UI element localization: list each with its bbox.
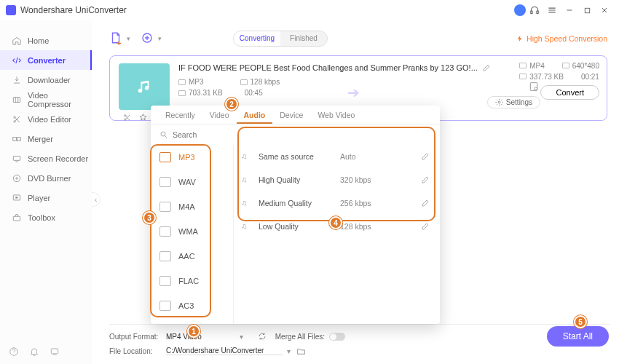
svg-rect-3 <box>13 97 20 102</box>
sidebar-item-converter[interactable]: Converter <box>0 50 92 70</box>
wav-icon <box>159 177 171 187</box>
card-gear-icon[interactable] <box>528 81 540 92</box>
toolbox-icon <box>12 213 22 223</box>
merger-icon <box>12 134 22 144</box>
tab-converting[interactable]: Converting <box>234 31 280 46</box>
title-bar: Wondershare UniConverter <box>0 0 619 20</box>
svg-rect-8 <box>13 156 20 160</box>
edit-quality-icon[interactable] <box>421 175 430 184</box>
format-m4a[interactable]: M4A <box>151 194 233 219</box>
format-label: WMA <box>178 227 198 236</box>
dst-res: 640*480 <box>572 62 599 70</box>
sidebar-item-label: Downloader <box>28 76 71 84</box>
format-wav[interactable]: WAV <box>151 170 233 194</box>
quality-name: Low Quality <box>259 222 340 231</box>
annotation-badge-4: 4 <box>329 216 342 229</box>
add-file-button[interactable]: + <box>109 31 124 46</box>
hamburger-icon[interactable] <box>547 5 557 15</box>
search-input[interactable] <box>173 130 431 139</box>
sidebar-item-compressor[interactable]: Video Compressor <box>0 90 92 109</box>
dst-size: 337.73 KB <box>529 73 564 81</box>
src-format: MP3 <box>189 78 204 86</box>
format-label: WAV <box>178 178 196 186</box>
settings-button[interactable]: Settings <box>487 96 540 108</box>
feedback-icon[interactable] <box>50 347 60 357</box>
svg-rect-0 <box>531 11 532 14</box>
merge-toggle[interactable] <box>329 333 345 341</box>
sidebar-item-player[interactable]: Player <box>0 188 92 207</box>
svg-rect-14 <box>530 83 537 91</box>
popover-tab-webvideo[interactable]: Web Video <box>310 106 362 124</box>
format-mp3[interactable]: MP3 <box>151 145 233 170</box>
quality-high[interactable]: ♫High Quality320 kbps <box>234 168 440 191</box>
popover-tab-device[interactable]: Device <box>272 106 310 124</box>
svg-point-16 <box>125 115 126 116</box>
sidebar-item-dvd[interactable]: DVD Burner <box>0 168 92 188</box>
chevron-down-icon[interactable]: ▾ <box>287 347 291 355</box>
popover-tab-audio[interactable]: Audio <box>237 106 273 124</box>
edit-quality-icon[interactable] <box>421 222 430 231</box>
bell-icon[interactable] <box>29 347 39 357</box>
svg-point-19 <box>161 132 165 136</box>
popover-tab-recently[interactable]: Recently <box>158 106 202 124</box>
svg-point-10 <box>16 177 17 178</box>
format-label: FLAC <box>178 277 199 285</box>
popover-search[interactable] <box>151 124 440 145</box>
quality-value: 256 kbps <box>340 199 384 207</box>
quality-name: High Quality <box>259 175 340 184</box>
format-aac[interactable]: AAC <box>151 244 233 269</box>
high-speed-toggle[interactable]: High Speed Conversion <box>516 34 607 43</box>
sidebar-item-downloader[interactable]: Downloader <box>0 70 92 90</box>
card-scissors-icon[interactable] <box>122 113 132 122</box>
card-star-icon[interactable] <box>138 113 148 122</box>
src-size: 703.31 KB <box>189 89 223 97</box>
music-icon: ♫ <box>241 151 251 162</box>
compressor-icon <box>12 95 22 105</box>
file-thumb <box>119 63 170 110</box>
add-folder-button[interactable] <box>141 31 155 46</box>
close-icon[interactable] <box>599 5 610 15</box>
format-flac[interactable]: FLAC <box>151 269 233 293</box>
edit-quality-icon[interactable] <box>421 152 430 161</box>
maximize-icon[interactable] <box>582 5 592 15</box>
format-label: AC3 <box>178 301 194 310</box>
sidebar-item-toolbox[interactable]: Toolbox <box>0 207 92 227</box>
headphones-icon[interactable] <box>529 5 540 15</box>
sidebar-item-merger[interactable]: Merger <box>0 129 92 149</box>
refresh-icon[interactable] <box>258 332 267 341</box>
chevron-down-icon[interactable]: ▾ <box>240 333 243 341</box>
convert-button[interactable]: Convert <box>540 85 599 100</box>
tab-finished[interactable]: Finished <box>280 31 327 46</box>
svg-point-17 <box>125 119 126 120</box>
minimize-icon[interactable] <box>564 5 575 15</box>
scissors-icon <box>12 114 22 124</box>
edit-quality-icon[interactable] <box>421 199 430 207</box>
music-icon: ♫ <box>241 198 251 208</box>
format-wma[interactable]: WMA <box>151 219 233 244</box>
sidebar-item-label: Merger <box>28 135 53 143</box>
quality-name: Same as source <box>259 152 340 161</box>
svg-rect-7 <box>17 137 21 141</box>
sidebar-item-recorder[interactable]: Screen Recorder <box>0 149 92 168</box>
start-all-button[interactable]: Start All <box>547 326 609 347</box>
help-icon[interactable] <box>9 347 19 357</box>
user-avatar-icon[interactable] <box>514 4 526 16</box>
music-icon: ♫ <box>241 175 251 185</box>
sidebar-item-home[interactable]: Home <box>0 31 92 50</box>
sidebar-item-editor[interactable]: Video Editor <box>0 109 92 129</box>
converter-icon <box>12 55 22 66</box>
annotation-badge-3: 3 <box>143 211 156 224</box>
quality-medium[interactable]: ♫Medium Quality256 kbps <box>234 191 440 215</box>
format-list: MP3 WAV M4A WMA AAC FLAC AC3 <box>151 145 234 324</box>
recorder-icon <box>12 154 22 164</box>
edit-title-icon[interactable] <box>482 63 491 72</box>
format-ac3[interactable]: AC3 <box>151 293 233 318</box>
file-location-value[interactable]: C:/Wondershare UniConverter <box>166 347 283 355</box>
quality-same[interactable]: ♫Same as sourceAuto <box>234 145 440 168</box>
open-folder-icon[interactable] <box>296 347 306 356</box>
sidebar-item-label: Home <box>28 36 49 45</box>
format-label: AAC <box>178 252 195 261</box>
download-icon <box>12 75 22 85</box>
output-footer: Output Format: MP4 Video ▾ Merge All Fil… <box>109 324 610 358</box>
svg-point-15 <box>535 87 537 90</box>
